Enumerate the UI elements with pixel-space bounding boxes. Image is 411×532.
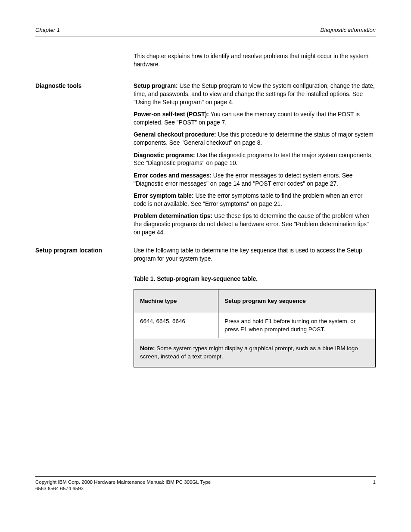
- lead: Setup program:: [134, 83, 178, 89]
- table-header-cell: Machine type: [134, 289, 218, 313]
- lead: Diagnostic programs:: [134, 152, 195, 159]
- section-label: Setup program location: [35, 247, 123, 367]
- lead: Problem determination tips:: [134, 213, 212, 219]
- body: This chapter explains how to identify an…: [35, 53, 376, 367]
- setup-key-table: Machine type Setup program key sequence …: [134, 289, 376, 367]
- lead: Power-on self-test (POST):: [134, 111, 209, 118]
- paragraph: General checkout procedure: Use this pro…: [134, 131, 376, 147]
- table-row: 6644, 6645, 6646 Press and hold F1 befor…: [134, 313, 376, 338]
- page: Chapter 1 Diagnostic information This ch…: [0, 0, 411, 532]
- note-text: Some system types might display a graphi…: [140, 345, 358, 360]
- intro-paragraph: This chapter explains how to identify an…: [134, 53, 376, 68]
- paragraph: Power-on self-test (POST): You can use t…: [134, 111, 376, 127]
- paragraph: Problem determination tips: Use these ti…: [134, 212, 376, 236]
- section-diagnostic-tools: Diagnostic tools Setup program: Use the …: [35, 82, 376, 236]
- section-body: Use the following table to determine the…: [134, 247, 376, 367]
- table-note-cell: Note: Some system types might display a …: [134, 338, 376, 367]
- lead: General checkout procedure:: [134, 131, 216, 138]
- table-cell: Press and hold F1 before turning on the …: [218, 313, 376, 338]
- table-cell: 6644, 6645, 6646: [134, 313, 218, 338]
- note-label: Note:: [140, 345, 155, 352]
- lead: Error symptom table:: [134, 193, 194, 199]
- table-header-cell: Setup program key sequence: [218, 289, 376, 313]
- footer-right: 1: [373, 479, 376, 492]
- paragraph: Error symptom table: Use the error sympt…: [134, 192, 376, 208]
- paragraph: Error codes and messages: Use the error …: [134, 172, 376, 188]
- section-label: Diagnostic tools: [35, 82, 123, 236]
- section-body: Setup program: Use the Setup program to …: [134, 82, 376, 236]
- table-caption: Table 1. Setup-program key-sequence tabl…: [134, 275, 376, 283]
- section-setup-location: Setup program location Use the following…: [35, 247, 376, 367]
- page-footer: Copyright IBM Corp. 2000 Hardware Mainte…: [35, 476, 376, 492]
- table-header-row: Machine type Setup program key sequence: [134, 289, 376, 313]
- footer-line: Copyright IBM Corp. 2000 Hardware Mainte…: [35, 476, 376, 492]
- lead: Error codes and messages:: [134, 172, 212, 179]
- page-header: Chapter 1 Diagnostic information: [35, 27, 376, 37]
- paragraph: Use the following table to determine the…: [134, 247, 376, 263]
- paragraph: Diagnostic programs: Use the diagnostic …: [134, 152, 376, 168]
- header-left: Chapter 1: [35, 27, 60, 33]
- header-right: Diagnostic information: [320, 27, 376, 33]
- paragraph: Setup program: Use the Setup program to …: [134, 82, 376, 106]
- table-note-row: Note: Some system types might display a …: [134, 338, 376, 367]
- footer-left: Copyright IBM Corp. 2000 Hardware Mainte…: [35, 479, 212, 492]
